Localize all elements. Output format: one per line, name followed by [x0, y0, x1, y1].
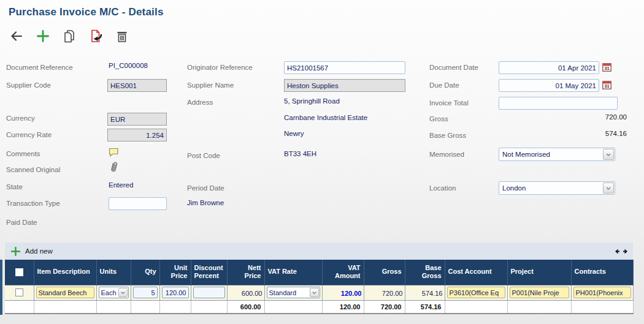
- transaction-type-label: Transaction Type: [6, 200, 60, 207]
- back-button[interactable]: [9, 28, 25, 44]
- total-base-gross: 574.16: [405, 300, 445, 314]
- col-gross: Gross: [364, 260, 405, 285]
- invoice-total-input[interactable]: [499, 97, 618, 110]
- project-input[interactable]: [510, 287, 569, 298]
- discount-percent-input[interactable]: [193, 287, 225, 298]
- add-new-row-button[interactable]: Add new: [11, 247, 53, 256]
- due-date-calendar-icon[interactable]: 31: [602, 80, 611, 92]
- scanned-original-label: Scanned Original: [6, 166, 60, 173]
- vat-amount-link[interactable]: 120.00: [341, 290, 362, 297]
- gross-label: Gross: [429, 115, 448, 122]
- select-all-cell: [5, 260, 34, 285]
- col-cost-account: Cost Account: [445, 260, 507, 285]
- select-all-checkbox[interactable]: [15, 268, 23, 276]
- total-vat-amount: 120.00: [322, 300, 364, 314]
- item-description-cell: [34, 285, 96, 300]
- line-items-table: Item Description Units Qty Unit Price Di…: [5, 260, 634, 314]
- supplier-code-field: HES001: [107, 79, 167, 92]
- due-date-input[interactable]: [499, 79, 599, 92]
- svg-text:31: 31: [605, 83, 610, 89]
- row-checkbox[interactable]: [15, 288, 23, 296]
- col-contracts: Contracts: [571, 260, 633, 285]
- toolbar: [9, 28, 130, 44]
- base-gross-value: 574.16: [422, 290, 443, 297]
- location-value: London: [499, 184, 603, 192]
- base-gross-label: Base Gross: [429, 132, 466, 139]
- col-item-description: Item Description: [34, 260, 96, 285]
- comments-label: Comments: [6, 150, 40, 157]
- col-base-gross: Base Gross: [405, 260, 445, 285]
- comment-icon[interactable]: [109, 148, 119, 159]
- svg-text:31: 31: [605, 66, 610, 71]
- contracts-input[interactable]: [573, 287, 631, 298]
- gross-value: 720.00: [382, 290, 403, 297]
- nett-price-value: 600.00: [242, 290, 263, 297]
- col-units: Units: [96, 260, 131, 285]
- total-gross: 720.00: [364, 300, 405, 314]
- originator-reference-input[interactable]: [284, 61, 405, 74]
- expand-columns-icon[interactable]: [615, 247, 628, 258]
- qty-cell: [131, 285, 159, 300]
- totals-row: 600.00 120.00 720.00 574.16: [5, 300, 633, 314]
- add-new-button[interactable]: [35, 28, 51, 44]
- paperclip-icon[interactable]: [109, 161, 119, 176]
- vat-rate-value: Standard: [267, 289, 310, 296]
- item-description-input[interactable]: [36, 287, 94, 298]
- contracts-cell: [571, 285, 633, 300]
- project-cell: [507, 285, 571, 300]
- copy-from-icon: [88, 28, 104, 44]
- trash-icon: [115, 29, 129, 43]
- memorised-label: Memorised: [429, 151, 464, 158]
- document-date-label: Document Date: [429, 64, 478, 71]
- col-qty: Qty: [131, 260, 159, 285]
- location-select[interactable]: London: [499, 181, 615, 195]
- grid-header-row: Item Description Units Qty Unit Price Di…: [5, 260, 633, 285]
- back-arrow-icon: [9, 29, 24, 43]
- qty-input[interactable]: [133, 287, 158, 298]
- entered-by-value: Jim Browne: [187, 199, 224, 206]
- currency-rate-label: Currency Rate: [6, 131, 52, 138]
- delete-button[interactable]: [114, 28, 130, 44]
- cost-account-input[interactable]: [447, 287, 505, 298]
- period-date-label: Period Date: [187, 184, 224, 192]
- gross-value: 720.00: [552, 113, 627, 121]
- chevron-down-icon: [603, 149, 614, 160]
- row-select-cell: [5, 285, 34, 300]
- due-date-label: Due Date: [429, 81, 459, 89]
- line-items-grid: Add new Item Description Units Qty Unit …: [5, 243, 633, 314]
- document-date-input[interactable]: [499, 61, 599, 74]
- supplier-name-field: Heston Supplies: [284, 79, 405, 92]
- discount-percent-cell: [191, 285, 227, 300]
- post-code-value: BT33 4EH: [284, 150, 316, 157]
- col-vat-rate: VAT Rate: [264, 260, 322, 285]
- originator-reference-label: Originator Reference: [187, 64, 253, 71]
- copy-from-button[interactable]: [88, 28, 104, 44]
- base-gross-cell: 574.16: [405, 285, 445, 300]
- document-reference-label: Document Reference: [6, 64, 73, 71]
- copy-icon: [62, 29, 77, 43]
- col-discount-percent: Discount Percent: [191, 260, 227, 285]
- document-reference-value: PI_C000008: [109, 62, 148, 69]
- chevron-down-icon: [603, 183, 614, 194]
- units-select[interactable]: Each: [99, 287, 129, 298]
- unit-price-input[interactable]: [162, 287, 189, 298]
- plus-icon: [11, 247, 20, 256]
- transaction-type-input[interactable]: [109, 197, 167, 210]
- supplier-code-label: Supplier Code: [6, 81, 51, 89]
- currency-rate-field: 1.254: [107, 129, 167, 141]
- supplier-name-label: Supplier Name: [187, 81, 234, 89]
- units-value: Each: [99, 289, 118, 296]
- add-new-bar: Add new: [5, 243, 633, 260]
- vat-rate-select[interactable]: Standard: [267, 287, 320, 298]
- page-title: Purchase Invoice M/C - Details: [9, 6, 164, 18]
- chevron-down-icon: [310, 288, 319, 297]
- address-line-2: Carnbane Industrial Estate: [284, 114, 367, 121]
- vat-amount-cell: 120.00: [322, 285, 364, 300]
- memorised-value: Not Memorised: [499, 151, 603, 158]
- copy-button[interactable]: [61, 28, 77, 44]
- post-code-label: Post Code: [187, 152, 220, 159]
- memorised-select[interactable]: Not Memorised: [499, 148, 615, 161]
- vat-rate-cell: Standard: [264, 285, 322, 300]
- document-date-calendar-icon[interactable]: 31: [602, 62, 611, 74]
- invoice-total-label: Invoice Total: [429, 99, 469, 107]
